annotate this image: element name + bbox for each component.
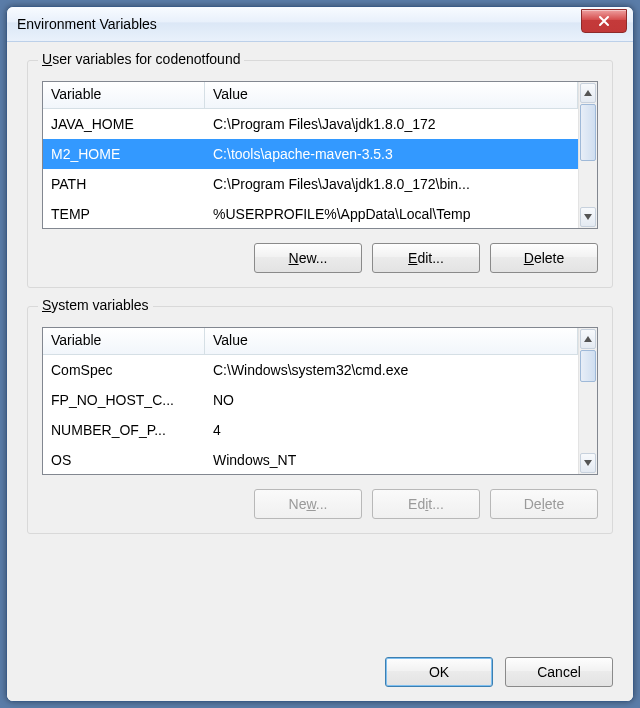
table-row[interactable]: ComSpecC:\Windows\system32\cmd.exe [43, 355, 578, 385]
scroll-down-icon[interactable] [580, 207, 596, 227]
table-row[interactable]: OSWindows_NT [43, 445, 578, 474]
titlebar[interactable]: Environment Variables [7, 7, 633, 42]
system-delete-button[interactable]: Delete [490, 489, 598, 519]
cell-variable: PATH [43, 176, 205, 192]
user-edit-button[interactable]: Edit... [372, 243, 480, 273]
close-button[interactable] [581, 9, 627, 33]
dialog-footer: OK Cancel [27, 651, 613, 687]
user-new-button[interactable]: New... [254, 243, 362, 273]
cell-variable: OS [43, 452, 205, 468]
cell-value: 4 [205, 422, 578, 438]
user-variables-group: User variables for codenotfound Variable… [27, 60, 613, 288]
scroll-down-icon[interactable] [580, 453, 596, 473]
system-variables-table[interactable]: Variable Value ComSpecC:\Windows\system3… [42, 327, 598, 475]
table-row[interactable]: FP_NO_HOST_C...NO [43, 385, 578, 415]
table-row[interactable]: JAVA_HOMEC:\Program Files\Java\jdk1.8.0_… [43, 109, 578, 139]
system-scrollbar[interactable] [578, 328, 597, 474]
column-variable[interactable]: Variable [43, 328, 205, 354]
table-header[interactable]: Variable Value [43, 328, 578, 355]
ok-button[interactable]: OK [385, 657, 493, 687]
env-vars-dialog: Environment Variables User variables for… [6, 6, 634, 702]
scroll-up-icon[interactable] [580, 329, 596, 349]
client-area: User variables for codenotfound Variable… [7, 42, 633, 701]
window-title: Environment Variables [17, 16, 157, 32]
user-scrollbar[interactable] [578, 82, 597, 228]
scroll-thumb[interactable] [580, 104, 596, 161]
scroll-thumb[interactable] [580, 350, 596, 382]
cell-variable: M2_HOME [43, 146, 205, 162]
table-row[interactable]: M2_HOMEC:\tools\apache-maven-3.5.3 [43, 139, 578, 169]
cell-value: C:\Windows\system32\cmd.exe [205, 362, 578, 378]
cell-value: Windows_NT [205, 452, 578, 468]
cell-value: C:\Program Files\Java\jdk1.8.0_172 [205, 116, 578, 132]
system-buttons: New... Edit... Delete [42, 489, 598, 519]
cell-value: NO [205, 392, 578, 408]
column-value[interactable]: Value [205, 328, 578, 354]
cell-variable: TEMP [43, 206, 205, 222]
user-delete-button[interactable]: Delete [490, 243, 598, 273]
user-buttons: New... Edit... Delete [42, 243, 598, 273]
table-row[interactable]: PATHC:\Program Files\Java\jdk1.8.0_172\b… [43, 169, 578, 199]
cell-variable: JAVA_HOME [43, 116, 205, 132]
cancel-button[interactable]: Cancel [505, 657, 613, 687]
cell-variable: FP_NO_HOST_C... [43, 392, 205, 408]
cell-value: %USERPROFILE%\AppData\Local\Temp [205, 206, 578, 222]
user-variables-table[interactable]: Variable Value JAVA_HOMEC:\Program Files… [42, 81, 598, 229]
table-header[interactable]: Variable Value [43, 82, 578, 109]
cell-variable: ComSpec [43, 362, 205, 378]
cell-value: C:\Program Files\Java\jdk1.8.0_172\bin..… [205, 176, 578, 192]
column-value[interactable]: Value [205, 82, 578, 108]
scroll-track[interactable] [579, 104, 597, 206]
system-new-button[interactable]: New... [254, 489, 362, 519]
cell-variable: NUMBER_OF_P... [43, 422, 205, 438]
system-variables-group: System variables Variable Value ComSpecC… [27, 306, 613, 534]
scroll-up-icon[interactable] [580, 83, 596, 103]
close-icon [598, 15, 610, 27]
system-edit-button[interactable]: Edit... [372, 489, 480, 519]
user-variables-label: User variables for codenotfound [38, 51, 244, 67]
table-row[interactable]: TEMP%USERPROFILE%\AppData\Local\Temp [43, 199, 578, 228]
column-variable[interactable]: Variable [43, 82, 205, 108]
system-variables-label: System variables [38, 297, 153, 313]
cell-value: C:\tools\apache-maven-3.5.3 [205, 146, 578, 162]
table-row[interactable]: NUMBER_OF_P...4 [43, 415, 578, 445]
scroll-track[interactable] [579, 350, 597, 452]
